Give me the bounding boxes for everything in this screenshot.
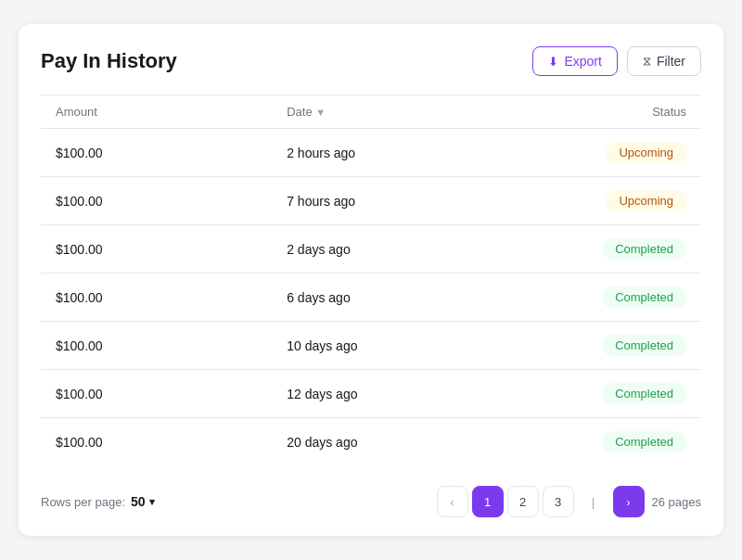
- cell-status: Completed: [536, 274, 701, 322]
- header-actions: ⬇ Export ⧖ Filter: [532, 46, 701, 76]
- cell-amount: $100.00: [41, 274, 272, 322]
- status-badge: Upcoming: [606, 142, 686, 163]
- page-title: Pay In History: [41, 49, 177, 73]
- export-icon: ⬇: [548, 55, 558, 69]
- pagination-prev-button[interactable]: ‹: [437, 486, 468, 517]
- cell-date: 12 days ago: [272, 370, 536, 418]
- rows-chevron-icon: ▾: [149, 496, 155, 508]
- table-row: $100.00 2 hours ago Upcoming: [41, 129, 701, 177]
- filter-button[interactable]: ⧖ Filter: [627, 46, 701, 76]
- export-label: Export: [564, 54, 601, 69]
- cell-status: Upcoming: [536, 177, 701, 225]
- status-badge: Upcoming: [606, 190, 686, 211]
- export-button[interactable]: ⬇ Export: [532, 46, 617, 76]
- status-badge: Completed: [602, 335, 686, 356]
- cell-amount: $100.00: [41, 418, 272, 466]
- cell-date: 2 days ago: [272, 225, 536, 274]
- pagination-ellipsis: |: [578, 486, 609, 517]
- table-body: $100.00 2 hours ago Upcoming $100.00 7 h…: [41, 129, 701, 466]
- cell-date: 2 hours ago: [272, 129, 536, 177]
- cell-amount: $100.00: [41, 225, 272, 274]
- column-header-date[interactable]: Date ▼: [272, 95, 536, 129]
- cell-date: 20 days ago: [272, 418, 536, 466]
- pages-label: 26 pages: [652, 495, 702, 509]
- pagination-page-1[interactable]: 1: [472, 486, 504, 517]
- cell-status: Completed: [536, 370, 701, 418]
- table-row: $100.00 12 days ago Completed: [41, 370, 701, 418]
- sort-icon: ▼: [315, 107, 326, 118]
- column-header-amount: Amount: [41, 95, 272, 129]
- cell-status: Completed: [536, 225, 701, 274]
- filter-icon: ⧖: [643, 54, 651, 69]
- cell-date: 7 hours ago: [272, 177, 536, 225]
- card-header: Pay In History ⬇ Export ⧖ Filter: [41, 46, 701, 76]
- pagination-page-3[interactable]: 3: [543, 486, 574, 517]
- cell-status: Completed: [536, 418, 701, 466]
- cell-amount: $100.00: [41, 129, 272, 177]
- status-badge: Completed: [602, 431, 686, 452]
- pay-in-history-table: Amount Date ▼ Status $100.00 2 hours ago…: [41, 95, 701, 465]
- cell-date: 10 days ago: [272, 322, 536, 370]
- status-badge: Completed: [602, 286, 686, 308]
- cell-amount: $100.00: [41, 370, 272, 418]
- status-badge: Completed: [602, 238, 686, 260]
- table-row: $100.00 6 days ago Completed: [41, 274, 701, 322]
- cell-amount: $100.00: [41, 177, 272, 225]
- filter-label: Filter: [657, 54, 685, 69]
- pagination-page-2[interactable]: 2: [507, 486, 539, 517]
- column-header-status: Status: [536, 95, 701, 129]
- cell-status: Completed: [536, 322, 701, 370]
- table-row: $100.00 7 hours ago Upcoming: [41, 177, 701, 225]
- cell-date: 6 days ago: [272, 274, 536, 322]
- rows-per-page-label: Rows per page:: [41, 495, 125, 509]
- table-header-row: Amount Date ▼ Status: [41, 95, 701, 129]
- status-badge: Completed: [602, 383, 686, 404]
- pagination-next-button[interactable]: ›: [613, 486, 645, 517]
- table-footer: Rows per page: 50 ▾ ‹ 1 2 3 | › 26 pages: [41, 482, 701, 517]
- cell-amount: $100.00: [41, 322, 272, 370]
- rows-per-page-selector[interactable]: 50 ▾: [131, 494, 155, 509]
- rows-per-page-value: 50: [131, 494, 146, 509]
- pay-in-history-card: Pay In History ⬇ Export ⧖ Filter Amount …: [19, 24, 723, 536]
- table-row: $100.00 20 days ago Completed: [41, 418, 701, 466]
- pagination: ‹ 1 2 3 | › 26 pages: [437, 486, 702, 517]
- cell-status: Upcoming: [536, 129, 701, 177]
- rows-per-page: Rows per page: 50 ▾: [41, 494, 155, 509]
- table-row: $100.00 2 days ago Completed: [41, 225, 701, 274]
- table-row: $100.00 10 days ago Completed: [41, 322, 701, 370]
